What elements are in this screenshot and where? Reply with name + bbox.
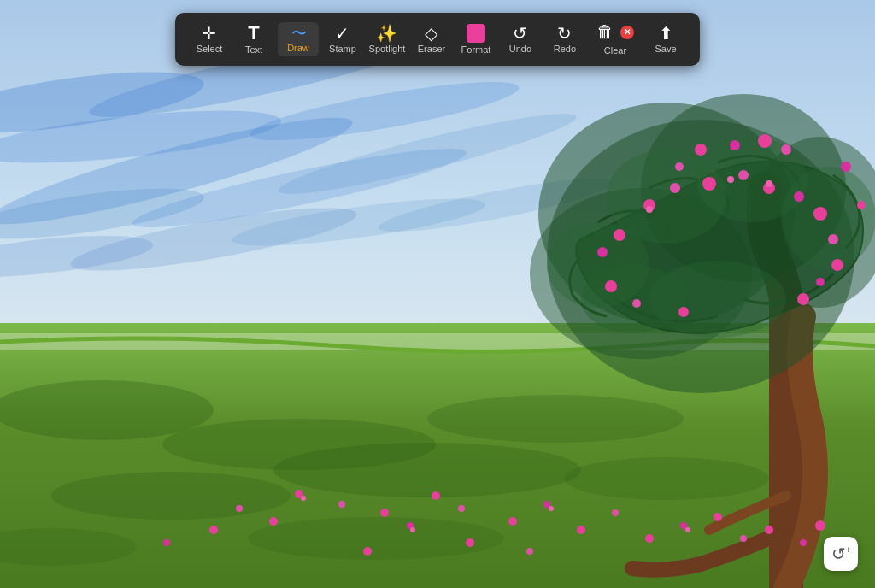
tool-format[interactable]: Format xyxy=(455,21,496,58)
tool-spotlight[interactable]: ✨ Spotlight xyxy=(367,21,408,57)
drawing-svg xyxy=(0,0,875,588)
clear-label: Clear xyxy=(596,45,635,56)
svg-point-70 xyxy=(714,513,722,521)
trash-icon: 🗑 xyxy=(596,23,614,40)
svg-point-76 xyxy=(236,505,243,512)
stamp-label: Stamp xyxy=(329,44,356,54)
svg-point-39 xyxy=(828,234,838,244)
svg-point-35 xyxy=(738,170,749,180)
svg-point-31 xyxy=(581,265,684,333)
svg-point-16 xyxy=(273,443,581,497)
select-icon: ✛ xyxy=(202,25,216,42)
svg-point-46 xyxy=(695,144,707,156)
svg-point-59 xyxy=(338,501,345,508)
svg-point-47 xyxy=(675,162,684,171)
format-label: Format xyxy=(461,44,491,55)
svg-point-40 xyxy=(831,259,843,271)
svg-point-69 xyxy=(680,522,687,529)
tool-eraser[interactable]: ◇ Eraser xyxy=(411,21,452,57)
svg-point-74 xyxy=(815,520,825,531)
svg-point-55 xyxy=(646,206,653,213)
redo-icon: ↻ xyxy=(557,25,572,42)
undo-label: Undo xyxy=(509,44,531,54)
svg-point-78 xyxy=(163,539,170,546)
svg-point-48 xyxy=(614,229,625,241)
clear-x-icon: ✕ xyxy=(620,26,634,39)
svg-point-51 xyxy=(632,299,641,308)
eraser-icon: ◇ xyxy=(425,25,438,42)
tool-select[interactable]: ✛ Select xyxy=(189,21,230,57)
svg-point-60 xyxy=(380,509,389,517)
svg-point-67 xyxy=(612,509,619,516)
svg-point-66 xyxy=(577,526,585,534)
svg-point-73 xyxy=(800,539,807,546)
svg-point-54 xyxy=(857,201,866,209)
svg-point-20 xyxy=(248,517,504,560)
text-label: Text xyxy=(245,44,262,55)
save-label: Save xyxy=(655,44,676,54)
draw-label: Draw xyxy=(287,43,309,53)
spotlight-icon: ✨ xyxy=(376,25,397,42)
svg-point-75 xyxy=(269,517,278,526)
svg-point-57 xyxy=(727,176,734,183)
save-icon: ⬆ xyxy=(659,25,673,42)
svg-point-68 xyxy=(645,534,654,543)
tool-save[interactable]: ⬆ Save xyxy=(645,21,686,57)
draw-icon: 〜 xyxy=(291,26,305,41)
svg-point-42 xyxy=(797,293,809,305)
stamp-icon: ✓ xyxy=(335,25,349,42)
tool-draw[interactable]: 〜 Draw xyxy=(278,22,319,56)
eraser-label: Eraser xyxy=(418,44,445,54)
tool-undo[interactable]: ↺ Undo xyxy=(500,21,541,57)
undo-icon: ↺ xyxy=(513,25,527,42)
svg-point-43 xyxy=(781,144,791,155)
svg-point-44 xyxy=(758,134,772,148)
svg-point-65 xyxy=(543,501,550,508)
text-icon: T xyxy=(248,24,259,43)
svg-point-41 xyxy=(816,278,825,286)
toolbar: ✛ Select T Text 〜 Draw ✓ Stamp ✨ Spotlig… xyxy=(175,13,700,66)
replay-button[interactable]: ↺+ xyxy=(824,537,858,571)
tool-redo[interactable]: ↻ Redo xyxy=(544,21,585,57)
svg-point-53 xyxy=(841,162,851,172)
svg-point-13 xyxy=(0,380,214,440)
svg-point-17 xyxy=(427,395,684,443)
tool-stamp[interactable]: ✓ Stamp xyxy=(322,21,363,57)
svg-point-49 xyxy=(597,247,608,257)
svg-point-62 xyxy=(432,491,440,500)
svg-point-77 xyxy=(209,526,218,534)
select-label: Select xyxy=(197,44,223,54)
redo-label: Redo xyxy=(554,44,576,54)
svg-point-63 xyxy=(458,505,465,512)
svg-point-52 xyxy=(678,307,689,317)
svg-point-85 xyxy=(685,527,690,532)
svg-point-45 xyxy=(730,140,740,150)
svg-point-15 xyxy=(51,472,291,520)
spotlight-label: Spotlight xyxy=(369,44,406,54)
svg-point-83 xyxy=(410,527,415,532)
format-color-swatch xyxy=(467,24,485,43)
svg-point-71 xyxy=(740,535,747,542)
svg-point-80 xyxy=(526,548,533,555)
replay-icon: ↺+ xyxy=(831,544,851,564)
svg-point-18 xyxy=(564,457,769,500)
svg-point-84 xyxy=(549,506,554,511)
canvas-area[interactable] xyxy=(0,0,875,588)
svg-point-33 xyxy=(670,183,680,193)
svg-point-72 xyxy=(765,526,773,534)
svg-point-56 xyxy=(766,180,772,187)
tool-clear[interactable]: 🗑 ✕ Clear xyxy=(589,20,642,59)
svg-point-50 xyxy=(605,280,617,292)
svg-point-19 xyxy=(0,528,137,566)
svg-point-29 xyxy=(782,167,875,269)
svg-point-37 xyxy=(794,191,804,202)
svg-point-81 xyxy=(363,547,372,556)
svg-point-38 xyxy=(813,207,827,220)
svg-point-82 xyxy=(301,496,306,501)
svg-point-79 xyxy=(466,538,474,547)
svg-point-34 xyxy=(702,177,716,191)
tool-text[interactable]: T Text xyxy=(233,21,274,58)
svg-point-64 xyxy=(508,517,517,526)
